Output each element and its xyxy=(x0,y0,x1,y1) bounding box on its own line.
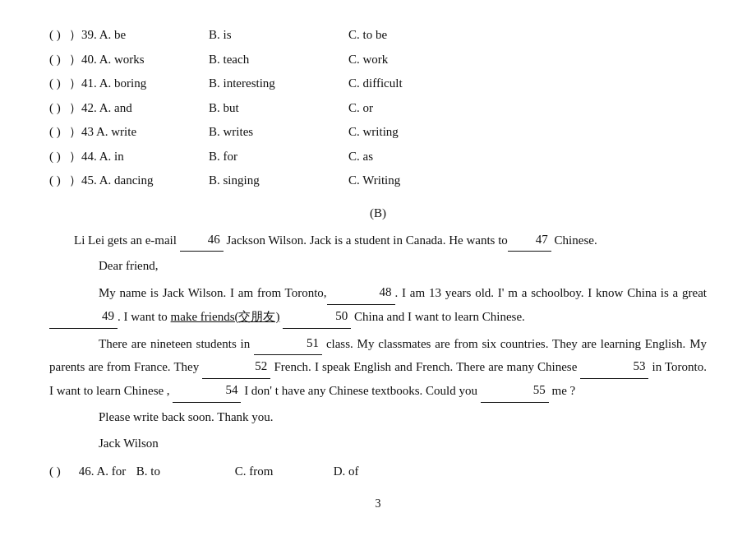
p1-mid2: . I want to xyxy=(118,310,168,323)
p2-mid4: I don' t have any Chinese textbooks. Cou… xyxy=(244,384,477,397)
option-c-43: C. writing xyxy=(348,122,488,143)
closing1: Please write back soon. Thank you. xyxy=(49,406,707,429)
option-b-41: B. interesting xyxy=(209,73,348,95)
option-b-44: B. for xyxy=(209,146,348,168)
bracket-46: ( ) xyxy=(49,461,72,483)
question-row-42: ( ) ）42. A. and B. but C. or xyxy=(49,98,707,119)
section-b-title: (B) xyxy=(49,206,707,220)
p1-mid: . I am 13 years old. I' m a schoolboy. I… xyxy=(395,286,707,299)
make-friends-text: make friends(交朋友) xyxy=(171,310,280,323)
option-c-40: C. work xyxy=(348,49,488,71)
blank-50: 50 xyxy=(283,305,351,329)
greeting: Dear friend, xyxy=(49,255,707,278)
blank-47: 47 xyxy=(508,229,551,252)
intro3-text: Chinese. xyxy=(555,233,597,247)
option-c-39: C. to be xyxy=(348,25,488,46)
option-c-46: C. from xyxy=(235,461,334,483)
blank-51: 51 xyxy=(254,332,322,356)
blank-48: 48 xyxy=(327,281,395,305)
question-row-46: ( ) 46. A. for B. to C. from D. of xyxy=(49,461,707,483)
option-c-45: C. Writing xyxy=(348,170,488,192)
letter-p2: There are nineteen students in 51 class.… xyxy=(49,332,707,403)
option-d-46: D. of xyxy=(334,461,432,483)
blank-52: 52 xyxy=(202,355,270,379)
option-a-46: 46. A. for xyxy=(79,461,136,483)
letter-p1: My name is Jack Wilson. I am from Toront… xyxy=(49,281,707,329)
bracket-44: ( ) xyxy=(49,146,69,168)
blank-53: 53 xyxy=(580,355,648,379)
option-a-44: ）44. A. in xyxy=(69,146,209,168)
question-row-44: ( ) ）44. A. in B. for C. as xyxy=(49,146,707,168)
question-row-41: ( ) ）41. A. boring B. interesting C. dif… xyxy=(49,73,707,95)
p2-end: me ? xyxy=(552,384,576,397)
bracket-40: ( ) xyxy=(49,49,69,71)
p2-mid2: French. I speak English and French. Ther… xyxy=(274,360,577,373)
option-c-44: C. as xyxy=(348,146,488,168)
option-b-45: B. singing xyxy=(209,170,348,192)
option-a-42: ）42. A. and xyxy=(69,98,209,119)
option-b-42: B. but xyxy=(209,98,348,119)
option-a-39: ）39. A. be xyxy=(69,25,209,46)
blank-46: 46 xyxy=(180,229,224,252)
passage-section-b: Li Lei gets an e-mail 46 Jackson Wilson.… xyxy=(49,229,707,455)
option-c-42: C. or xyxy=(348,98,488,119)
question-row-39: ( ) ）39. A. be B. is C. to be xyxy=(49,25,707,46)
p1-pre: My name is Jack Wilson. I am from Toront… xyxy=(99,286,327,299)
option-b-46: B. to xyxy=(136,461,235,483)
bracket-41: ( ) xyxy=(49,73,69,95)
question-row-45: ( ) ）45. A. dancing B. singing C. Writin… xyxy=(49,170,707,192)
option-b-43: B. writes xyxy=(209,122,348,143)
option-b-40: B. teach xyxy=(209,49,348,71)
option-a-45: ）45. A. dancing xyxy=(69,170,209,192)
bracket-43: ( ) xyxy=(49,122,69,143)
intro-text: Li Lei gets an e-mail xyxy=(74,233,177,247)
blank-49: 49 xyxy=(49,305,118,329)
intro-paragraph: Li Lei gets an e-mail 46 Jackson Wilson.… xyxy=(49,229,707,252)
bracket-45: ( ) xyxy=(49,170,69,192)
option-a-43: ）43 A. write xyxy=(69,122,209,143)
intro2-text: Jackson Wilson. Jack is a student in Can… xyxy=(226,233,507,247)
closing2: Jack Wilson xyxy=(49,432,707,455)
option-b-39: B. is xyxy=(209,25,348,46)
question-row-40: ( ) ）40. A. works B. teach C. work xyxy=(49,49,707,71)
option-a-40: ）40. A. works xyxy=(69,49,209,71)
multiple-choice-section: ( ) ）39. A. be B. is C. to be ( ) ）40. A… xyxy=(49,25,707,192)
p1-end: China and I want to learn Chinese. xyxy=(354,310,525,323)
page-number: 3 xyxy=(49,497,707,511)
blank-54: 54 xyxy=(173,379,241,403)
p2-pre: There are nineteen students in xyxy=(99,337,250,350)
blank-55: 55 xyxy=(481,379,549,403)
bracket-39: ( ) xyxy=(49,25,69,46)
option-a-41: ）41. A. boring xyxy=(69,73,209,95)
bracket-42: ( ) xyxy=(49,98,69,119)
option-c-41: C. difficult xyxy=(348,73,488,95)
space-46 xyxy=(72,461,76,483)
question-row-43: ( ) ）43 A. write B. writes C. writing xyxy=(49,122,707,143)
